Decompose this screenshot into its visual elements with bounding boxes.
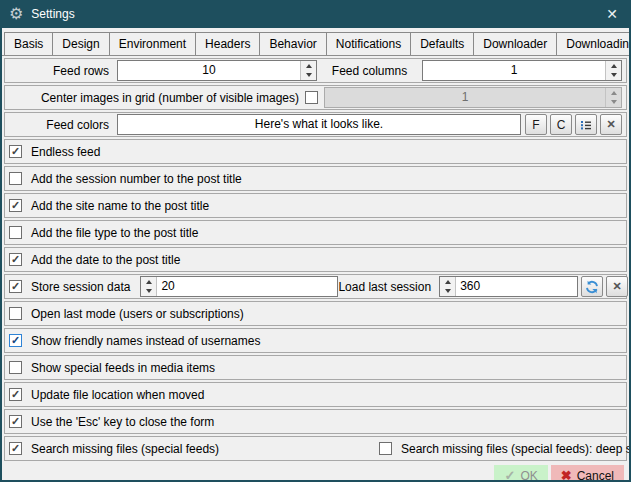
tab-downloading[interactable]: Downloading — [556, 32, 629, 55]
ok-label: OK — [520, 469, 537, 481]
search-missing-checkbox[interactable]: ✓ — [9, 442, 22, 455]
feed-columns-label: Feed columns — [317, 64, 422, 78]
close-icon[interactable]: ✕ — [599, 3, 625, 25]
open-last-mode-row: ✓ Open last mode (users or subscriptions… — [4, 301, 627, 326]
cancel-label: Cancel — [577, 469, 614, 481]
store-session-checkbox[interactable]: ✓ — [9, 280, 22, 293]
add-date-row: ✓ Add the date to the post title — [4, 247, 627, 272]
site-name-checkbox[interactable]: ✓ — [9, 199, 22, 212]
friendly-names-row: ✓ Show friendly names instead of usernam… — [4, 328, 627, 353]
store-session-label: Store session data — [31, 280, 130, 294]
store-session-value[interactable]: 20 — [157, 277, 337, 296]
special-feeds-label: Show special feeds in media items — [31, 361, 215, 375]
spinner-arrows[interactable] — [300, 61, 316, 80]
spinner-arrows[interactable] — [605, 61, 621, 80]
store-session-spinner[interactable]: 20 — [140, 276, 338, 297]
check-icon: ✓ — [11, 443, 20, 454]
feed-colors-label: Feed colors — [9, 118, 109, 132]
check-icon: ✓ — [11, 416, 20, 427]
tab-behavior[interactable]: Behavior — [259, 32, 326, 55]
titlebar: ⚙ Settings ✕ — [0, 0, 631, 28]
add-date-checkbox[interactable]: ✓ — [9, 253, 22, 266]
spin-up-icon[interactable] — [606, 61, 621, 71]
session-data-row: ✓ Store session data 20 Load last sessio… — [4, 274, 627, 299]
deep-search-checkbox[interactable]: ✓ — [379, 442, 392, 455]
esc-close-label: Use the 'Esc' key to close the form — [31, 415, 214, 429]
tab-basis[interactable]: Basis — [4, 32, 53, 55]
center-images-label: Center images in grid (number of visible… — [9, 91, 299, 105]
feed-columns-value[interactable]: 1 — [423, 61, 605, 80]
endless-feed-row: ✓ Endless feed — [4, 139, 627, 164]
feed-rows-label: Feed rows — [9, 64, 109, 78]
window-frame: Basis Design Environment Headers Behavio… — [2, 28, 629, 480]
clear-x-icon: ✕ — [613, 280, 622, 293]
check-icon: ✓ — [11, 281, 20, 292]
refresh-button[interactable] — [581, 276, 603, 297]
endless-feed-label: Endless feed — [31, 145, 100, 159]
footer-bar: ✓ OK ✖ Cancel — [4, 463, 627, 480]
session-number-row: ✓ Add the session number to the post tit… — [4, 166, 627, 191]
deep-search-label: Search missing files (special feeds): de… — [401, 442, 629, 456]
endless-feed-checkbox[interactable]: ✓ — [9, 145, 22, 158]
spin-up-icon[interactable] — [141, 277, 156, 287]
color-button[interactable]: C — [550, 114, 572, 135]
file-type-row: ✓ Add the file type to the post title — [4, 220, 627, 245]
spin-down-icon[interactable] — [301, 71, 316, 81]
clear-session-button[interactable]: ✕ — [606, 276, 628, 297]
search-missing-row: ✓ Search missing files (special feeds) ✓… — [4, 436, 627, 461]
update-location-checkbox[interactable]: ✓ — [9, 388, 22, 401]
spinner-arrows[interactable] — [141, 277, 157, 296]
feed-rows-value[interactable]: 10 — [118, 61, 300, 80]
tab-downloader[interactable]: Downloader — [473, 32, 557, 55]
load-session-value[interactable]: 360 — [456, 277, 577, 296]
friendly-names-label: Show friendly names instead of usernames — [31, 334, 260, 348]
deep-search-group: ✓ Search missing files (special feeds): … — [379, 442, 629, 456]
spinner-arrows[interactable] — [440, 277, 456, 296]
spin-down-icon[interactable] — [141, 287, 156, 297]
file-type-checkbox[interactable]: ✓ — [9, 226, 22, 239]
gear-icon: ⚙ — [9, 6, 23, 22]
esc-close-checkbox[interactable]: ✓ — [9, 415, 22, 428]
open-last-mode-checkbox[interactable]: ✓ — [9, 307, 22, 320]
refresh-icon — [585, 280, 599, 294]
site-name-row: ✓ Add the site name to the post title — [4, 193, 627, 218]
font-button[interactable]: F — [525, 114, 547, 135]
check-icon: ✓ — [11, 200, 20, 211]
tab-design[interactable]: Design — [52, 32, 109, 55]
visible-images-value: 1 — [325, 88, 605, 107]
friendly-names-checkbox[interactable]: ✓ — [9, 334, 22, 347]
feed-columns-spinner[interactable]: 1 — [422, 60, 622, 81]
feed-colors-preview[interactable]: Here's what it looks like. — [117, 114, 521, 135]
list-icon — [580, 119, 592, 131]
tab-defaults[interactable]: Defaults — [410, 32, 474, 55]
tab-headers[interactable]: Headers — [195, 32, 260, 55]
session-number-label: Add the session number to the post title — [31, 172, 242, 186]
spin-down-icon[interactable] — [440, 287, 455, 297]
spin-down-icon[interactable] — [606, 71, 621, 81]
tab-notifications[interactable]: Notifications — [326, 32, 411, 55]
center-images-checkbox[interactable]: ✓ — [305, 91, 318, 104]
spin-up-icon[interactable] — [440, 277, 455, 287]
cancel-button[interactable]: ✖ Cancel — [551, 465, 624, 480]
feed-rows-spinner[interactable]: 10 — [117, 60, 317, 81]
list-button[interactable] — [575, 114, 597, 135]
feed-colors-row: Feed colors Here's what it looks like. F… — [4, 112, 627, 137]
update-location-row: ✓ Update file location when moved — [4, 382, 627, 407]
spin-up-icon[interactable] — [301, 61, 316, 71]
check-icon: ✓ — [11, 335, 20, 346]
special-feeds-checkbox[interactable]: ✓ — [9, 361, 22, 374]
feed-size-row: Feed rows 10 Feed columns 1 — [4, 58, 627, 83]
clear-colors-button[interactable]: ✕ — [600, 114, 622, 135]
search-missing-label: Search missing files (special feeds) — [31, 442, 219, 456]
check-icon: ✓ — [11, 254, 20, 265]
check-icon: ✓ — [11, 146, 20, 157]
file-type-label: Add the file type to the post title — [31, 226, 198, 240]
update-location-label: Update file location when moved — [31, 388, 204, 402]
session-number-checkbox[interactable]: ✓ — [9, 172, 22, 185]
ok-button[interactable]: ✓ OK — [494, 465, 547, 480]
load-session-spinner[interactable]: 360 — [439, 276, 578, 297]
check-icon: ✓ — [11, 389, 20, 400]
site-name-label: Add the site name to the post title — [31, 199, 209, 213]
tab-environment[interactable]: Environment — [109, 32, 196, 55]
esc-close-row: ✓ Use the 'Esc' key to close the form — [4, 409, 627, 434]
